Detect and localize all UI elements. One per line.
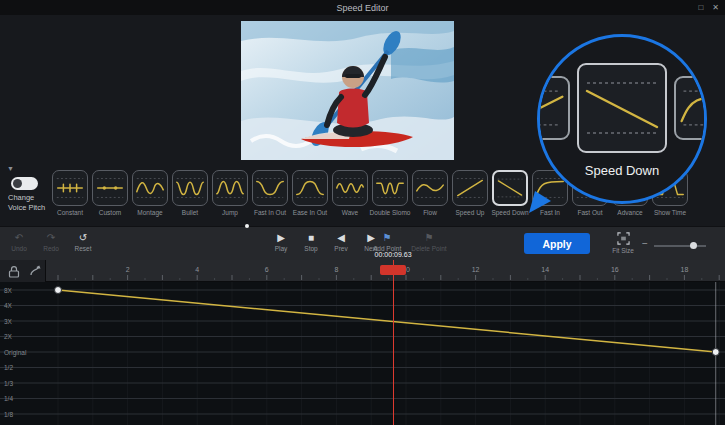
svg-text:1/8: 1/8 (4, 411, 13, 418)
preset-thumb-flow (412, 170, 448, 206)
redo-button[interactable]: ↷Redo (40, 232, 62, 253)
preset-label: Speed Down (491, 209, 528, 216)
undo-button[interactable]: ↶Undo (8, 232, 30, 253)
svg-text:6: 6 (265, 266, 269, 273)
apply-button[interactable]: Apply (524, 233, 590, 254)
preset-label: Ease In Out (293, 209, 327, 216)
window-controls: □ ✕ (698, 0, 719, 15)
stop-icon: ■ (308, 232, 314, 244)
preset-thumb-jump (212, 170, 248, 206)
voice-pitch-toggle[interactable] (11, 177, 38, 190)
curve-point[interactable] (55, 287, 62, 294)
preset-label: Show Time (654, 209, 686, 216)
zoom-slider-knob[interactable] (690, 242, 697, 249)
preset-thumb-constant (52, 170, 88, 206)
preset-thumb-speed-up (452, 170, 488, 206)
delete-point-button[interactable]: ⚑Delete Point (411, 232, 446, 253)
svg-text:4: 4 (195, 266, 199, 273)
timeline-ruler[interactable]: 24681012141618 (0, 260, 725, 282)
preset-wave[interactable]: Wave (330, 170, 370, 216)
preset-label: Wave (342, 209, 358, 216)
preset-label: Custom (99, 209, 121, 216)
speed-graph[interactable]: 8X4X3X2XOriginal1/21/31/41/8 (0, 282, 725, 425)
preset-speed-up[interactable]: Speed Up (450, 170, 490, 216)
maximize-button[interactable]: □ (698, 0, 703, 15)
svg-text:2: 2 (126, 266, 130, 273)
preset-bullet[interactable]: Bullet (170, 170, 210, 216)
callout-thumb-fast-in (674, 76, 707, 140)
add-point-button[interactable]: ⚑Add Point (373, 232, 401, 253)
curve-point[interactable] (712, 349, 719, 356)
preset-label: Constant (57, 209, 83, 216)
svg-text:1/4: 1/4 (4, 395, 13, 402)
preset-curve-icon (253, 171, 287, 205)
redo-icon: ↷ (47, 232, 55, 244)
reset-icon: ↺ (79, 232, 87, 244)
svg-text:12: 12 (472, 266, 480, 273)
preset-curve-icon (413, 171, 447, 205)
zoom-out-button[interactable]: − (642, 238, 648, 249)
preset-flow[interactable]: Flow (410, 170, 450, 216)
strip-scroll-indicator[interactable] (245, 224, 249, 228)
svg-text:Original: Original (4, 349, 27, 357)
preset-thumb-speed-down (492, 170, 528, 206)
speed-graph-canvas[interactable]: 8X4X3X2XOriginal1/21/31/41/8 (0, 282, 725, 425)
svg-text:4X: 4X (4, 302, 13, 309)
fit-size-icon (617, 232, 630, 245)
preset-curve-icon (333, 171, 367, 205)
preset-double-slomo[interactable]: Double Slomo (370, 170, 410, 216)
preset-label: Speed Up (456, 209, 485, 216)
history-group: ↶Undo↷Redo↺Reset (8, 232, 94, 253)
titlebar: Speed Editor □ ✕ (0, 0, 725, 15)
preset-curve-icon (173, 171, 207, 205)
preset-label: Double Slomo (370, 209, 411, 216)
callout-label: Speed Down (540, 163, 704, 178)
preset-thumb-ease-in-out (292, 170, 328, 206)
svg-text:1/2: 1/2 (4, 364, 13, 371)
close-button[interactable]: ✕ (712, 0, 719, 15)
preset-fast-in-out[interactable]: Fast In Out (250, 170, 290, 216)
preset-curve-icon (93, 171, 127, 205)
svg-text:2X: 2X (4, 333, 13, 340)
svg-text:16: 16 (611, 266, 619, 273)
reset-button[interactable]: ↺Reset (72, 232, 94, 253)
voice-pitch-label: Change Voice Pitch (8, 193, 45, 213)
preset-label: Jump (222, 209, 238, 216)
preset-ease-in-out[interactable]: Ease In Out (290, 170, 330, 216)
preset-label: Bullet (182, 209, 198, 216)
playhead-line[interactable] (393, 260, 394, 425)
preset-label: Flow (423, 209, 437, 216)
preset-thumb-wave (332, 170, 368, 206)
preset-curve-icon (494, 172, 526, 204)
preset-curve-icon (213, 171, 247, 205)
preset-speed-down[interactable]: Speed Down (490, 170, 530, 216)
lock-icon[interactable] (8, 265, 20, 278)
window-title: Speed Editor (336, 3, 388, 13)
add-point-icon: ⚑ (383, 232, 392, 244)
prev-button[interactable]: ◀Prev (330, 232, 352, 253)
prev-icon: ◀ (337, 232, 345, 244)
preset-thumb-montage (132, 170, 168, 206)
svg-text:18: 18 (681, 266, 689, 273)
preview-frame-image (241, 21, 454, 160)
callout-thumb-speed-down (577, 63, 667, 153)
preset-label: Fast In Out (254, 209, 286, 216)
playhead-marker[interactable] (380, 265, 406, 275)
play-button[interactable]: ▶Play (270, 232, 292, 253)
fit-size-button[interactable]: Fit Size (606, 232, 640, 254)
preset-curve-icon (373, 171, 407, 205)
curve-mode-icon[interactable] (29, 265, 42, 277)
callout-thumb-speed-up (537, 76, 570, 140)
preset-montage[interactable]: Montage (130, 170, 170, 216)
preset-custom[interactable]: Custom (90, 170, 130, 216)
stop-button[interactable]: ■Stop (300, 232, 322, 253)
preset-curve-icon (53, 171, 87, 205)
preset-curve-icon (133, 171, 167, 205)
preset-curve-icon (453, 171, 487, 205)
collapse-arrow-icon[interactable]: ▼ (7, 165, 14, 172)
voice-pitch-toggle-knob (13, 179, 22, 188)
point-tools-group: ⚑Add Point⚑Delete Point (373, 232, 447, 253)
preset-constant[interactable]: Constant (50, 170, 90, 216)
preset-jump[interactable]: Jump (210, 170, 250, 216)
zoom-slider[interactable] (654, 245, 706, 247)
